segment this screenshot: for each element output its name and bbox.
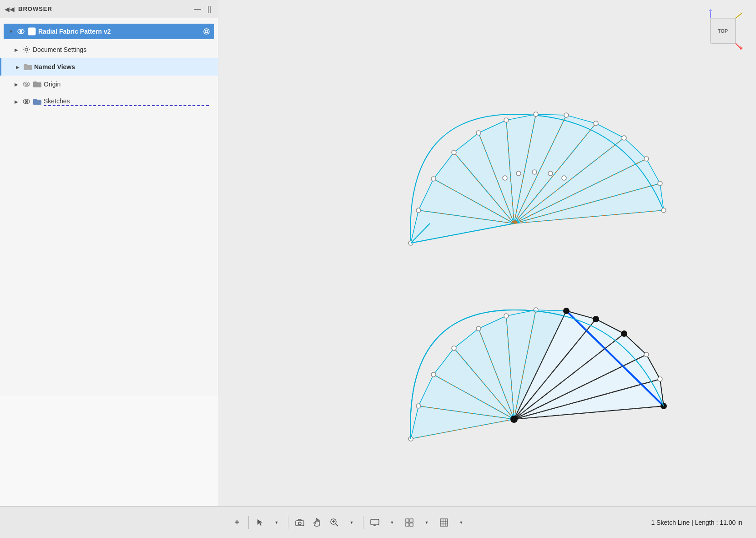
doc-settings-label: Document Settings [33, 46, 214, 53]
minimize-browser-button[interactable]: — [193, 5, 202, 13]
root-expand-arrow[interactable]: ▼ [7, 28, 15, 35]
toolbar-section-add: + [229, 515, 245, 530]
svg-point-16 [622, 136, 626, 140]
svg-point-61 [504, 314, 509, 318]
tree-root-item[interactable]: ▼ Radial Fabric Pattern v2 [4, 24, 214, 39]
svg-point-28 [532, 170, 537, 174]
collapse-browser-button[interactable]: ◀◀ [5, 5, 15, 13]
svg-text:Y: Y [741, 9, 742, 13]
sketches-expand[interactable]: ▶ [13, 98, 20, 105]
svg-point-77 [20, 30, 22, 33]
svg-point-57 [510, 416, 518, 423]
pin-browser-button[interactable]: || [205, 5, 213, 13]
origin-label: Origin [44, 81, 214, 88]
svg-point-15 [644, 157, 649, 161]
named-views-expand[interactable]: ▶ [14, 63, 21, 71]
svg-rect-102 [440, 519, 448, 526]
svg-rect-98 [406, 519, 409, 522]
svg-point-21 [476, 131, 481, 135]
root-item-label: Radial Fabric Pattern v2 [38, 28, 201, 35]
doc-settings-expand[interactable]: ▶ [13, 46, 20, 53]
camera-button[interactable] [292, 515, 307, 530]
svg-point-23 [431, 177, 436, 181]
svg-point-64 [431, 372, 436, 377]
zoom-tool-button[interactable] [327, 515, 342, 530]
svg-point-58 [658, 377, 662, 381]
svg-point-82 [25, 48, 28, 51]
svg-point-22 [452, 150, 456, 155]
status-text: 1 Sketch Line | Length : 11.00 in [651, 519, 742, 526]
svg-point-55 [593, 316, 599, 322]
browser-panel: ◀◀ BROWSER — || ▼ Radial Fabric Pattern … [0, 0, 218, 396]
zoom-dropdown-button[interactable]: ▼ [344, 515, 359, 530]
svg-point-54 [621, 330, 627, 337]
toolbar-section-nav: ▼ [252, 515, 284, 530]
root-eye-icon[interactable] [16, 27, 25, 36]
sketch-canvas: .fan-seg { fill: #d6eef8; stroke: #00b0d… [218, 0, 756, 506]
svg-text:X: X [740, 46, 742, 50]
root-record-icon[interactable] [202, 27, 211, 36]
svg-point-63 [452, 346, 456, 350]
svg-point-20 [504, 118, 509, 122]
toolbar-sep-1 [248, 516, 249, 529]
svg-point-30 [503, 176, 507, 180]
svg-rect-100 [406, 523, 409, 526]
svg-point-80 [204, 29, 209, 34]
display-dropdown-button[interactable]: ▼ [384, 515, 400, 530]
svg-point-17 [594, 121, 598, 126]
svg-point-27 [548, 171, 553, 176]
svg-point-24 [416, 208, 421, 213]
svg-point-14 [658, 181, 662, 186]
svg-point-88 [26, 101, 27, 102]
display-button[interactable] [367, 515, 383, 530]
sketches-label: Sketches [44, 97, 209, 106]
svg-rect-101 [410, 523, 413, 526]
layout-button[interactable] [436, 515, 452, 530]
layout-dropdown-button[interactable]: ▼ [454, 515, 469, 530]
svg-text:Z: Z [709, 9, 712, 12]
browser-title: BROWSER [18, 5, 190, 12]
orientation-cube[interactable]: TOP Z Y X [701, 9, 738, 46]
toolbar-sep-3 [363, 516, 363, 529]
gear-icon [22, 45, 31, 54]
sketches-eye-icon[interactable] [22, 97, 31, 106]
hand-tool-button[interactable] [309, 515, 325, 530]
svg-line-72 [736, 13, 742, 18]
svg-point-18 [564, 113, 569, 117]
cursor-tool-button[interactable] [252, 515, 268, 530]
tree-root: ▼ Radial Fabric Pattern v2 ▶ [0, 18, 218, 114]
svg-point-59 [644, 352, 649, 357]
svg-rect-95 [371, 519, 379, 525]
svg-point-56 [563, 308, 570, 314]
grid-dropdown-button[interactable]: ▼ [419, 515, 434, 530]
origin-expand[interactable]: ▶ [13, 81, 20, 88]
bottom-toolbar: + ▼ ▼ [0, 506, 756, 538]
folder-icon-origin [33, 80, 42, 89]
tree-item-origin[interactable]: ▶ Origin [0, 76, 218, 93]
svg-point-26 [562, 176, 566, 180]
named-views-label: Named Views [34, 63, 214, 71]
svg-rect-99 [410, 519, 413, 522]
svg-point-90 [298, 522, 301, 525]
tree-item-document-settings[interactable]: ▶ Document Settings [0, 41, 218, 58]
folder-icon-named-views [23, 62, 32, 71]
cursor-dropdown-button[interactable]: ▼ [269, 515, 284, 530]
add-button[interactable]: + [229, 515, 245, 530]
tree-item-named-views[interactable]: ▶ Named Views [0, 58, 218, 76]
root-shape-icon [27, 27, 36, 36]
sketches-underscore: _ [212, 99, 214, 104]
svg-line-92 [336, 524, 338, 526]
svg-point-65 [416, 404, 421, 408]
tree-item-sketches[interactable]: ▶ Sketches _ [0, 93, 218, 110]
svg-text:TOP: TOP [718, 28, 728, 34]
grid-button[interactable] [402, 515, 417, 530]
canvas-area[interactable]: .fan-seg { fill: #d6eef8; stroke: #00b0d… [218, 0, 756, 506]
svg-point-62 [476, 326, 481, 331]
svg-point-29 [516, 171, 521, 176]
origin-eye-icon[interactable] [22, 80, 31, 89]
folder-icon-sketches [33, 97, 42, 106]
svg-point-19 [534, 112, 538, 117]
main-viewport: .fan-seg { fill: #d6eef8; stroke: #00b0d… [0, 0, 756, 538]
browser-header: ◀◀ BROWSER — || [0, 0, 218, 18]
svg-point-81 [205, 30, 208, 33]
